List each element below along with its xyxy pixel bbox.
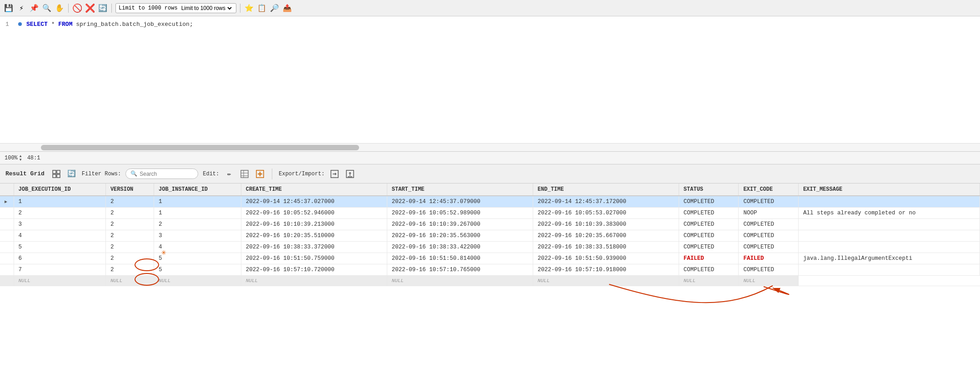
result-grid-label: Result Grid	[5, 170, 45, 177]
end-time-cell: 2022-09-16 10:57:10.918000	[533, 264, 679, 276]
search-input[interactable]	[140, 171, 190, 177]
result-table: JOB_EXECUTION_ID VERSION JOB_INSTANCE_ID…	[0, 184, 980, 286]
col-header-create-time[interactable]: CREATE_TIME	[241, 184, 387, 196]
version-cell: 2	[105, 196, 154, 208]
col-header-start-time[interactable]: START_TIME	[387, 184, 533, 196]
end-time-cell: 2022-09-16 10:05:53.027000	[533, 208, 679, 219]
limit-label: Limit to 1000 rows	[119, 5, 178, 11]
exit-message-cell	[798, 242, 980, 253]
exit-code-cell: FAILED	[739, 253, 799, 264]
null-cell	[0, 276, 14, 286]
horizontal-scrollbar[interactable]	[0, 144, 980, 152]
exit-code-cell: NOOP	[739, 208, 799, 219]
status-cell: COMPLETED	[679, 230, 739, 242]
col-header-job-execution-id[interactable]: JOB_EXECUTION_ID	[14, 184, 105, 196]
col-header-exit-code[interactable]: EXIT_CODE	[739, 184, 799, 196]
job-instance-id-cell: 5	[154, 264, 241, 276]
svg-rect-3	[57, 174, 60, 178]
search-box[interactable]: 🔍	[125, 169, 198, 179]
table-row[interactable]: 2212022-09-16 10:05:52.9460002022-09-16 …	[0, 208, 980, 219]
svg-marker-16	[349, 172, 351, 174]
table-header: JOB_EXECUTION_ID VERSION JOB_INSTANCE_ID…	[0, 184, 980, 196]
execute-icon[interactable]: ⚡	[16, 3, 26, 13]
job-instance-id-cell: 3	[154, 230, 241, 242]
row-indicator	[0, 230, 14, 242]
col-header-job-instance-id[interactable]: JOB_INSTANCE_ID	[154, 184, 241, 196]
main-toolbar: 💾 ⚡ 📌 🔍 ✋ 🚫 ❌ 🔄 Limit to 1000 rows Limit…	[0, 0, 980, 16]
create-time-cell: 2022-09-16 10:05:52.946000	[241, 208, 387, 219]
row-indicator	[0, 253, 14, 264]
null-cell: NULL	[241, 276, 387, 286]
exit-code-cell: COMPLETED	[739, 230, 799, 242]
edit-pencil-icon[interactable]: ✏️	[224, 169, 235, 179]
keyword-select: SELECT	[26, 21, 48, 28]
start-time-cell: 2022-09-16 10:57:10.765000	[387, 264, 533, 276]
edit-grid-icon[interactable]	[239, 169, 250, 179]
col-header-exit-message[interactable]: EXIT_MESSAGE	[798, 184, 980, 196]
export-file-icon[interactable]	[345, 169, 355, 179]
col-header-end-time[interactable]: END_TIME	[533, 184, 679, 196]
table-row[interactable]: 6252022-09-16 10:51:50.7590002022-09-16 …	[0, 253, 980, 264]
search-icon[interactable]: 🔍	[42, 3, 52, 13]
cancel-icon[interactable]: ❌	[85, 3, 95, 13]
save-icon[interactable]: 💾	[4, 3, 14, 13]
cursor-position: 48:1	[27, 155, 40, 161]
data-grid-wrapper[interactable]: JOB_EXECUTION_ID VERSION JOB_INSTANCE_ID…	[0, 184, 980, 377]
add-row-icon[interactable]	[255, 169, 265, 179]
scrollbar-thumb[interactable]	[41, 145, 359, 150]
row-indicator	[0, 219, 14, 230]
null-row: NULLNULLNULLNULLNULLNULLNULLNULL	[0, 276, 980, 286]
header-row: JOB_EXECUTION_ID VERSION JOB_INSTANCE_ID…	[0, 184, 980, 196]
refresh-icon[interactable]: 🔄	[98, 3, 108, 13]
row-indicator	[0, 208, 14, 219]
table-row[interactable]: 5242022-09-16 10:38:33.3720002022-09-16 …	[0, 242, 980, 253]
null-cell: NULL	[105, 276, 154, 286]
sql-editor[interactable]: 1 SELECT * FROM spring_batch.batch_job_e…	[0, 16, 980, 144]
table-row[interactable]: ▶1212022-09-14 12:45:37.0270002022-09-14…	[0, 196, 980, 208]
list-icon[interactable]: 📋	[257, 3, 267, 13]
job-execution-id-cell: 4	[14, 230, 105, 242]
toolbar-div1	[272, 169, 272, 179]
svg-marker-13	[335, 173, 336, 175]
limit-select[interactable]: Limit to 1000 rows Limit to 1000 rows Li…	[115, 3, 236, 13]
table-row[interactable]: 3222022-09-16 10:10:39.2130002022-09-16 …	[0, 219, 980, 230]
col-header-status[interactable]: STATUS	[679, 184, 739, 196]
svg-rect-1	[57, 170, 60, 174]
filter-icon[interactable]: 🔄	[66, 169, 77, 179]
star-icon[interactable]: ⭐	[244, 3, 254, 13]
pan-icon[interactable]: ✋	[55, 3, 65, 13]
null-cell: NULL	[679, 276, 739, 286]
limit-dropdown[interactable]: Limit to 1000 rows Limit to 200 rows Don…	[180, 5, 233, 12]
end-time-cell: 2022-09-14 12:45:37.172000	[533, 196, 679, 208]
end-time-cell: 2022-09-16 10:51:50.939000	[533, 253, 679, 264]
svg-rect-4	[241, 170, 248, 178]
zoom-control[interactable]: 100% ▲ ▼	[5, 154, 22, 162]
version-cell: 2	[105, 219, 154, 230]
edit-label: Edit:	[203, 171, 219, 177]
table-row[interactable]: 4232022-09-16 10:20:35.5100002022-09-16 …	[0, 230, 980, 242]
end-time-cell: 2022-09-16 10:10:39.383000	[533, 219, 679, 230]
job-instance-id-cell: 1	[154, 208, 241, 219]
import-icon[interactable]	[329, 169, 340, 179]
version-cell: 2	[105, 253, 154, 264]
export-icon[interactable]: 📤	[282, 3, 292, 13]
grid-view-icon[interactable]	[51, 169, 62, 179]
export-label: Export/Import:	[279, 171, 325, 177]
status-cell: COMPLETED	[679, 242, 739, 253]
status-bar: 100% ▲ ▼ 48:1	[0, 152, 980, 164]
table-row[interactable]: 7252022-09-16 10:57:10.7200002022-09-16 …	[0, 264, 980, 276]
stop-icon[interactable]: 🚫	[72, 3, 82, 13]
status-cell: COMPLETED	[679, 196, 739, 208]
job-execution-id-cell: 6	[14, 253, 105, 264]
sql-line-1: 1 SELECT * FROM spring_batch.batch_job_e…	[0, 16, 980, 33]
zoom-down-arrow[interactable]: ▼	[20, 158, 22, 162]
start-time-cell: 2022-09-16 10:10:39.267000	[387, 219, 533, 230]
end-time-cell: 2022-09-16 10:38:33.518000	[533, 242, 679, 253]
magnify-icon[interactable]: 🔎	[270, 3, 280, 13]
col-header-version[interactable]: VERSION	[105, 184, 154, 196]
job-instance-id-cell: 5	[154, 253, 241, 264]
sep3	[240, 4, 240, 13]
zoom-arrows[interactable]: ▲ ▼	[20, 154, 22, 162]
start-time-cell: 2022-09-16 10:38:33.422000	[387, 242, 533, 253]
bookmark-icon[interactable]: 📌	[29, 3, 39, 13]
